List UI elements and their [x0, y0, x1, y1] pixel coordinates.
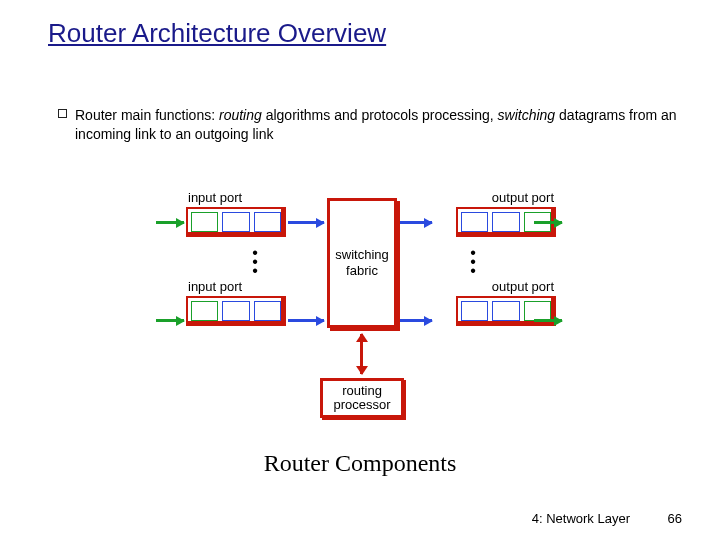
arrow-in-top — [156, 221, 184, 224]
output-port-label-bottom: output port — [492, 279, 560, 294]
footer-page-number: 66 — [668, 511, 682, 526]
arrow-out-bottom — [534, 319, 562, 322]
bullet-italic-routing: routing — [219, 107, 262, 123]
port-stage-link-layer — [492, 301, 519, 321]
switching-fabric: switching fabric — [327, 198, 397, 328]
output-ports: output port ••• output port — [430, 190, 560, 326]
routing-processor: routing processor — [320, 378, 404, 418]
switching-fabric-line2: fabric — [330, 263, 394, 279]
arrow-fabric-to-processor — [360, 334, 363, 374]
port-stage-line-termination — [191, 212, 218, 232]
port-stage-queue — [461, 212, 488, 232]
bullet-italic-switching: switching — [498, 107, 556, 123]
vertical-ellipsis-left: ••• — [252, 237, 258, 279]
arrow-port-to-fabric-top — [288, 221, 324, 224]
routing-processor-line2: processor — [323, 398, 401, 412]
arrow-out-top — [534, 221, 562, 224]
input-port-top — [186, 207, 286, 237]
bullet-item: Router main functions: routing algorithm… — [58, 106, 680, 144]
input-port-bottom — [186, 296, 286, 326]
port-stage-link-layer — [222, 212, 249, 232]
routing-processor-line1: routing — [323, 384, 401, 398]
bullet-marker — [58, 109, 67, 118]
bullet-lead: Router main functions: — [75, 107, 219, 123]
input-port-label-bottom: input port — [160, 279, 242, 294]
bullet-mid: algorithms and protocols processing, — [262, 107, 498, 123]
arrow-fabric-to-port-top — [400, 221, 432, 224]
arrow-in-bottom — [156, 319, 184, 322]
input-ports: input port ••• input port — [160, 190, 290, 326]
diagram-caption: Router Components — [0, 450, 720, 477]
bullet-text: Router main functions: routing algorithm… — [75, 106, 680, 144]
output-port-label-top: output port — [492, 190, 560, 205]
input-port-label-top: input port — [160, 190, 242, 205]
slide-title: Router Architecture Overview — [48, 18, 386, 49]
vertical-ellipsis-right: ••• — [470, 237, 476, 279]
router-diagram: input port ••• input port output port ••… — [160, 180, 560, 430]
port-stage-lookup — [254, 212, 281, 232]
port-stage-link-layer — [492, 212, 519, 232]
switching-fabric-line1: switching — [330, 247, 394, 263]
arrow-fabric-to-port-bottom — [400, 319, 432, 322]
port-stage-line-termination — [191, 301, 218, 321]
port-stage-link-layer — [222, 301, 249, 321]
footer-section-label: 4: Network Layer — [532, 511, 630, 526]
port-stage-queue — [461, 301, 488, 321]
arrow-port-to-fabric-bottom — [288, 319, 324, 322]
port-stage-lookup — [254, 301, 281, 321]
